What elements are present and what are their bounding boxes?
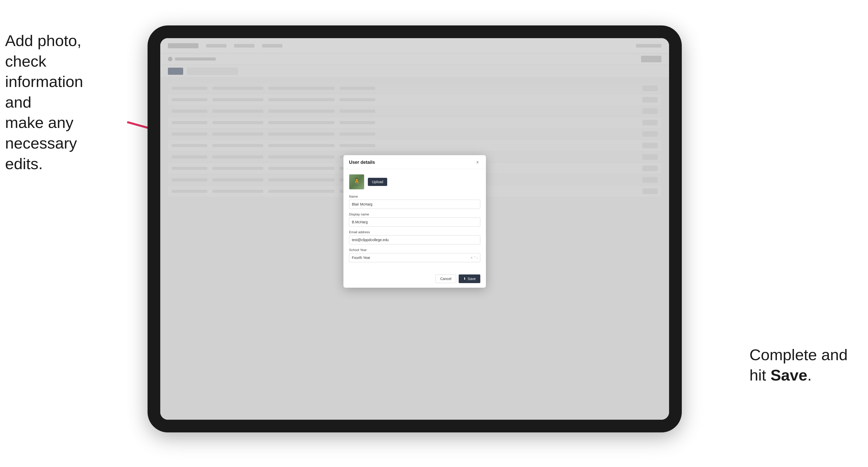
name-field-group: Name xyxy=(349,195,480,209)
modal-header: User details × xyxy=(343,155,486,169)
tablet-device: User details × 🧍 Upload xyxy=(148,25,682,432)
app-container: User details × 🧍 Upload xyxy=(160,38,669,420)
left-annotation: Add photo, check information and make an… xyxy=(5,31,102,174)
modal-overlay: User details × 🧍 Upload xyxy=(160,38,669,420)
email-label: Email address xyxy=(349,230,480,234)
select-clear-icon[interactable]: × xyxy=(471,256,473,260)
modal-close-button[interactable]: × xyxy=(475,160,480,165)
person-icon: 🧍 xyxy=(352,178,361,186)
email-input[interactable] xyxy=(349,235,480,244)
photo-upload-row: 🧍 Upload xyxy=(349,174,480,189)
select-icons: × ⌃⌄ xyxy=(471,256,478,260)
save-icon: ⬆ xyxy=(463,277,466,281)
email-field-group: Email address xyxy=(349,230,480,244)
display-name-field-group: Display name xyxy=(349,212,480,227)
name-label: Name xyxy=(349,195,480,198)
modal-body: 🧍 Upload Name Display name xyxy=(343,169,486,271)
user-photo-thumbnail: 🧍 xyxy=(349,174,364,189)
school-year-select-wrapper: Fourth Year First Year Second Year Third… xyxy=(349,253,480,262)
upload-photo-button[interactable]: Upload xyxy=(368,178,387,186)
user-details-modal: User details × 🧍 Upload xyxy=(343,155,486,288)
school-year-field-group: School Year Fourth Year First Year Secon… xyxy=(349,248,480,262)
select-arrow-icon: ⌃⌄ xyxy=(474,256,478,259)
cancel-button[interactable]: Cancel xyxy=(435,275,456,283)
name-input[interactable] xyxy=(349,200,480,209)
modal-footer: Cancel ⬆ Save xyxy=(343,271,486,288)
school-year-select[interactable]: Fourth Year First Year Second Year Third… xyxy=(349,253,480,262)
display-name-label: Display name xyxy=(349,212,480,216)
school-year-label: School Year xyxy=(349,248,480,252)
right-annotation: Complete and hit Save. xyxy=(749,345,848,385)
modal-title: User details xyxy=(349,160,375,165)
tablet-screen: User details × 🧍 Upload xyxy=(160,38,669,420)
photo-preview: 🧍 xyxy=(349,174,364,189)
display-name-input[interactable] xyxy=(349,217,480,227)
save-button[interactable]: ⬆ Save xyxy=(459,275,480,283)
